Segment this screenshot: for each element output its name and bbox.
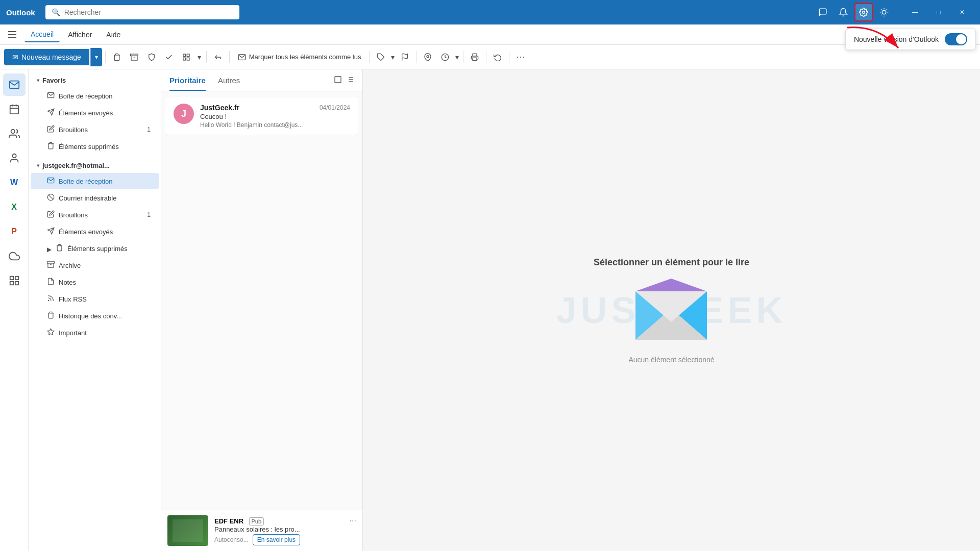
nav-acc-history[interactable]: Historique des conv... bbox=[31, 308, 159, 324]
more-toolbar-button[interactable]: ··· bbox=[512, 49, 529, 65]
nav-acc-archive-label: Archive bbox=[59, 262, 81, 269]
mark-read-toolbar-button[interactable]: Marquer tous les éléments comme lus bbox=[233, 50, 366, 64]
filter-icon-btn[interactable] bbox=[334, 76, 342, 86]
nav-fav-inbox[interactable]: Boîte de réception bbox=[31, 88, 159, 104]
toolbar-separator-2 bbox=[206, 51, 207, 63]
nav-acc-important[interactable]: Important bbox=[31, 324, 159, 341]
search-input[interactable] bbox=[64, 8, 233, 16]
tag-toolbar-button[interactable] bbox=[373, 49, 389, 65]
svg-rect-28 bbox=[15, 277, 18, 280]
app-title: Outlook bbox=[6, 8, 35, 17]
nav-acc-deleted-label: Éléments supprimés bbox=[67, 245, 128, 253]
undo-toolbar-button[interactable] bbox=[489, 49, 506, 65]
report-toolbar-button[interactable] bbox=[143, 49, 160, 65]
account-section-header[interactable]: ▾ justgeek.fr@hotmai... bbox=[29, 159, 161, 172]
search-bar[interactable]: 🔍 bbox=[45, 5, 239, 19]
nav-acc-spam[interactable]: Courrier indésirable bbox=[31, 190, 159, 206]
sort-icon-btn[interactable] bbox=[346, 76, 354, 86]
close-button[interactable]: ✕ bbox=[950, 4, 974, 20]
snooze-dropdown-chevron[interactable]: ▾ bbox=[454, 53, 460, 61]
nav-acc-inbox-label: Boîte de réception bbox=[59, 178, 113, 185]
nav-acc-inbox[interactable]: Boîte de réception bbox=[31, 173, 159, 189]
nav-acc-sent[interactable]: Éléments envoyés bbox=[31, 223, 159, 240]
tab-autres[interactable]: Autres bbox=[218, 76, 240, 91]
new-message-button[interactable]: ✉ Nouveau message bbox=[4, 49, 89, 65]
snooze-toolbar-button[interactable] bbox=[437, 49, 453, 65]
titlebar-right bbox=[814, 3, 893, 21]
ad-more-button[interactable]: ··· bbox=[350, 516, 356, 525]
maximize-button[interactable]: □ bbox=[927, 4, 950, 20]
nav-fav-deleted[interactable]: Éléments supprimés bbox=[31, 138, 159, 155]
nav-acc-drafts[interactable]: Brouillons 1 bbox=[31, 207, 159, 223]
new-message-dropdown-button[interactable]: ▾ bbox=[90, 48, 102, 66]
email-item[interactable]: J JustGeek.fr 04/01/2024 Coucou ! Hello … bbox=[165, 97, 358, 135]
nav-acc-deleted[interactable]: ▶ Éléments supprimés bbox=[31, 240, 159, 257]
bulb-icon-btn[interactable] bbox=[875, 3, 893, 21]
hamburger-button[interactable] bbox=[4, 27, 20, 43]
window-controls: — □ ✕ bbox=[903, 4, 974, 20]
minimize-button[interactable]: — bbox=[903, 4, 927, 20]
flag-toolbar-button[interactable] bbox=[397, 49, 413, 65]
ad-subject: Panneaux solaires : les pro... bbox=[214, 525, 356, 533]
spam-acc-icon bbox=[47, 193, 55, 203]
bell-icon-btn[interactable] bbox=[834, 3, 852, 21]
clear-toolbar-button[interactable] bbox=[161, 49, 177, 65]
archive-toolbar-button[interactable] bbox=[126, 49, 142, 65]
sidebar-icons: W X P bbox=[0, 69, 29, 551]
toolbar-separator-5 bbox=[416, 51, 416, 63]
sidebar-icon-powerpoint[interactable]: P bbox=[3, 220, 26, 243]
pin-toolbar-button[interactable] bbox=[420, 49, 436, 65]
feedback-icon-btn[interactable] bbox=[814, 3, 832, 21]
move-toolbar-button[interactable] bbox=[178, 49, 194, 65]
nav-acc-notes[interactable]: Notes bbox=[31, 274, 159, 290]
nav-fav-drafts[interactable]: Brouillons 1 bbox=[31, 121, 159, 138]
ad-learn-more-button[interactable]: En savoir plus bbox=[253, 534, 300, 545]
email-list-panel: Prioritaire Autres J JustGeek.fr 04/01/2… bbox=[161, 69, 363, 551]
menu-accueil[interactable]: Accueil bbox=[24, 27, 60, 42]
sidebar-icon-calendar[interactable] bbox=[3, 98, 26, 120]
nav-fav-deleted-label: Éléments supprimés bbox=[59, 143, 119, 151]
move-dropdown-chevron[interactable]: ▾ bbox=[195, 53, 203, 61]
email-list-actions bbox=[334, 76, 354, 91]
nouvelle-version-toggle[interactable] bbox=[945, 33, 967, 45]
favoris-section-header[interactable]: ▾ Favoris bbox=[29, 73, 161, 87]
svg-line-6 bbox=[887, 15, 887, 15]
svg-point-25 bbox=[11, 130, 14, 133]
sidebar-icon-onedrive[interactable] bbox=[3, 245, 26, 267]
drafts-fav-icon bbox=[47, 125, 55, 134]
svg-point-39 bbox=[48, 300, 49, 300]
svg-rect-14 bbox=[187, 58, 189, 60]
nav-acc-rss-label: Flux RSS bbox=[59, 295, 87, 303]
settings-icon-btn[interactable] bbox=[854, 3, 873, 21]
menu-afficher[interactable]: Afficher bbox=[62, 28, 98, 42]
sidebar-icon-apps[interactable] bbox=[3, 269, 26, 292]
svg-line-2 bbox=[881, 9, 881, 10]
account-chevron: ▾ bbox=[37, 163, 39, 168]
nav-acc-rss[interactable]: Flux RSS bbox=[31, 291, 159, 307]
sidebar-icon-people[interactable] bbox=[3, 122, 26, 145]
svg-rect-27 bbox=[10, 277, 13, 280]
svg-rect-10 bbox=[130, 54, 138, 56]
history-acc-icon bbox=[47, 311, 55, 320]
sidebar-icon-mail[interactable] bbox=[3, 73, 26, 96]
nav-acc-archive[interactable]: Archive bbox=[31, 257, 159, 273]
inbox-fav-icon bbox=[47, 91, 55, 101]
nav-acc-important-label: Important bbox=[59, 329, 87, 337]
svg-rect-20 bbox=[473, 58, 477, 60]
search-icon: 🔍 bbox=[52, 8, 60, 16]
menu-aide[interactable]: Aide bbox=[100, 28, 127, 42]
email-date: 04/01/2024 bbox=[320, 104, 350, 111]
nouvelle-version-label: Nouvelle version d'Outlook bbox=[854, 35, 939, 43]
tab-prioritaire[interactable]: Prioritaire bbox=[169, 76, 206, 91]
reply-toolbar-button[interactable] bbox=[210, 49, 226, 65]
nav-acc-notes-label: Notes bbox=[59, 279, 76, 286]
sidebar-icon-word[interactable]: W bbox=[3, 171, 26, 194]
ad-pub-badge: Pub bbox=[249, 517, 264, 525]
sidebar-icon-teams[interactable] bbox=[3, 147, 26, 169]
delete-toolbar-button[interactable] bbox=[109, 49, 125, 65]
menu-bar: Accueil Afficher Aide bbox=[0, 24, 980, 45]
tag-dropdown-chevron[interactable]: ▾ bbox=[390, 53, 396, 61]
print-toolbar-button[interactable] bbox=[467, 49, 483, 65]
sidebar-icon-excel[interactable]: X bbox=[3, 196, 26, 218]
nav-fav-sent[interactable]: Éléments envoyés bbox=[31, 105, 159, 121]
